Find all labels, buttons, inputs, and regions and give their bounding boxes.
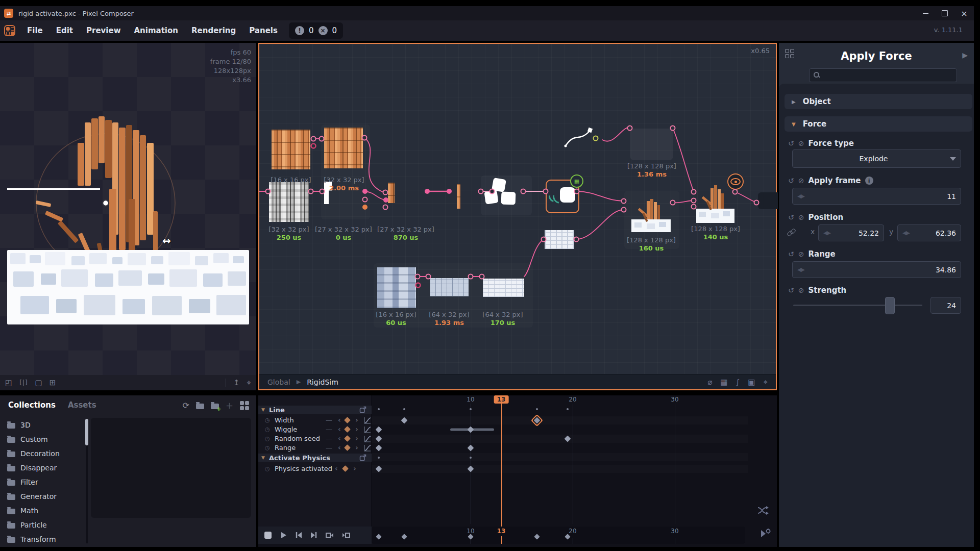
inspector-search[interactable] bbox=[809, 68, 957, 82]
node-port[interactable] bbox=[469, 274, 473, 279]
node-port[interactable] bbox=[311, 137, 316, 141]
view-grid-icon[interactable] bbox=[240, 401, 249, 410]
reset-icon[interactable]: ↺ bbox=[788, 177, 794, 185]
reset-icon[interactable]: ↺ bbox=[788, 286, 794, 294]
add-folder-icon[interactable]: + bbox=[211, 404, 219, 409]
lock-frame-icon[interactable]: ◰ bbox=[5, 378, 12, 387]
tab-assets[interactable]: Assets bbox=[68, 400, 96, 410]
node-port[interactable] bbox=[490, 189, 495, 194]
curve-icon[interactable] bbox=[363, 435, 372, 443]
center-graph-icon[interactable]: ⌖ bbox=[764, 378, 768, 387]
keyframe[interactable] bbox=[376, 445, 382, 452]
group-activate-physics[interactable]: ▼ Activate Physics bbox=[258, 454, 372, 462]
prop-range[interactable]: ◷Range — ‹› bbox=[258, 444, 372, 453]
node-port[interactable] bbox=[692, 190, 696, 194]
center-view-icon[interactable]: ⌖ bbox=[247, 378, 251, 387]
strength-input[interactable]: 24 bbox=[930, 297, 961, 314]
next-key-icon[interactable]: › bbox=[353, 464, 356, 472]
node-port-connected[interactable] bbox=[383, 197, 388, 203]
key-toggle-icon[interactable] bbox=[344, 426, 351, 433]
section-force[interactable]: ▼ Force bbox=[785, 116, 972, 132]
section-object[interactable]: ▶ Object bbox=[785, 94, 972, 109]
node-port-loop[interactable] bbox=[416, 283, 421, 288]
key-toggle-icon[interactable] bbox=[344, 435, 351, 442]
minimap-icon[interactable]: ▣ bbox=[748, 378, 755, 387]
node-wire[interactable] bbox=[365, 191, 385, 200]
apply-frame-input[interactable]: ◀▶ 11 bbox=[792, 188, 961, 205]
prev-key-icon[interactable]: ‹ bbox=[338, 425, 341, 433]
dashed-square-icon[interactable]: ▢ bbox=[35, 378, 42, 387]
node-port[interactable] bbox=[479, 189, 483, 194]
menu-panels[interactable]: Panels bbox=[242, 26, 284, 35]
maximize-button[interactable] bbox=[935, 7, 954, 20]
overview-keyframe[interactable] bbox=[376, 534, 381, 539]
group-line[interactable]: ▼ Line bbox=[258, 406, 372, 414]
ruler-mark[interactable]: 20 bbox=[569, 396, 576, 403]
force-position-handle[interactable] bbox=[103, 200, 109, 206]
node-port[interactable] bbox=[622, 199, 626, 204]
grid-settings-icon[interactable]: ⊞ bbox=[50, 378, 56, 387]
reset-icon[interactable]: ↺ bbox=[788, 139, 794, 147]
folder-icon[interactable] bbox=[196, 404, 204, 409]
folder-item[interactable]: Decoration bbox=[0, 446, 85, 461]
prop-physics-activated[interactable]: ◷Physics activated ‹› bbox=[258, 465, 372, 473]
panel-collapse-icon[interactable]: ▶ bbox=[962, 51, 968, 59]
node-port[interactable] bbox=[544, 189, 548, 194]
timeline-track-area[interactable]: 10132030 bbox=[372, 395, 748, 527]
node-graph-panel[interactable]: x0.65 ▦ bbox=[258, 43, 777, 390]
node-port[interactable] bbox=[426, 274, 431, 279]
keyframe-dot[interactable] bbox=[470, 408, 472, 410]
node-port[interactable] bbox=[542, 237, 546, 242]
menu-edit[interactable]: Edit bbox=[50, 26, 80, 35]
folder-item[interactable]: Math bbox=[0, 504, 85, 518]
node-port[interactable] bbox=[692, 198, 696, 203]
node-port-connected[interactable] bbox=[447, 189, 452, 194]
stepper-icon[interactable]: ◀▶ bbox=[823, 230, 830, 236]
node-port-connected[interactable] bbox=[425, 189, 430, 194]
key-toggle-icon[interactable] bbox=[342, 465, 349, 472]
preview-canvas[interactable] bbox=[0, 43, 256, 375]
node-port[interactable] bbox=[383, 190, 388, 195]
overview-keyframe[interactable] bbox=[534, 534, 540, 539]
node-port[interactable] bbox=[574, 237, 579, 242]
overview-keyframe[interactable] bbox=[468, 534, 473, 539]
node-port-curve[interactable] bbox=[594, 136, 598, 141]
position-y-input[interactable]: ◀▶ 62.36 bbox=[897, 224, 961, 241]
refresh-icon[interactable]: ⟳ bbox=[183, 400, 189, 410]
force-type-dropdown[interactable]: Explode bbox=[792, 149, 961, 168]
node-port[interactable] bbox=[362, 136, 367, 140]
menu-rendering[interactable]: Rendering bbox=[185, 26, 242, 35]
curve-icon[interactable] bbox=[363, 416, 372, 424]
stopwatch-icon[interactable]: ◷ bbox=[265, 426, 270, 433]
minimize-button[interactable] bbox=[916, 7, 935, 20]
node-port[interactable] bbox=[415, 274, 420, 279]
reset-icon[interactable]: ↺ bbox=[788, 250, 794, 258]
prop-wiggle[interactable]: ◷Wiggle — ‹› bbox=[258, 425, 372, 434]
prev-key-icon[interactable]: ‹ bbox=[338, 434, 341, 442]
next-key-icon[interactable]: › bbox=[355, 416, 358, 424]
node-port-loop[interactable] bbox=[311, 144, 316, 148]
brackets-icon[interactable]: [|] bbox=[19, 379, 28, 386]
grid-settings-icon[interactable]: ▦ bbox=[720, 378, 727, 387]
node-port[interactable] bbox=[309, 189, 313, 194]
breadcrumb-global[interactable]: Global bbox=[267, 378, 290, 386]
open-graph-icon[interactable] bbox=[359, 406, 366, 413]
add-icon[interactable]: + bbox=[226, 400, 233, 411]
menu-preview[interactable]: Preview bbox=[80, 26, 128, 35]
stopwatch-icon[interactable]: ◷ bbox=[265, 465, 270, 472]
next-key-icon[interactable]: › bbox=[355, 434, 358, 442]
stopwatch-icon[interactable]: ◷ bbox=[265, 435, 270, 442]
unlink-icon[interactable]: ⊘ bbox=[798, 177, 804, 185]
stepper-icon[interactable]: ◀▶ bbox=[797, 193, 804, 199]
tab-collections[interactable]: Collections bbox=[8, 400, 56, 410]
folder-item[interactable]: Custom bbox=[0, 432, 85, 446]
curve-icon[interactable] bbox=[363, 444, 372, 452]
stop-button[interactable] bbox=[263, 531, 273, 540]
node-port[interactable] bbox=[754, 201, 759, 205]
range-input[interactable]: ◀▶ 34.86 bbox=[792, 261, 961, 278]
node-wire[interactable] bbox=[735, 192, 756, 203]
key-toggle-icon[interactable] bbox=[344, 417, 351, 423]
stopwatch-icon[interactable]: ◷ bbox=[265, 417, 270, 423]
keyframe-dot[interactable] bbox=[470, 457, 472, 459]
node-port[interactable] bbox=[480, 274, 484, 279]
